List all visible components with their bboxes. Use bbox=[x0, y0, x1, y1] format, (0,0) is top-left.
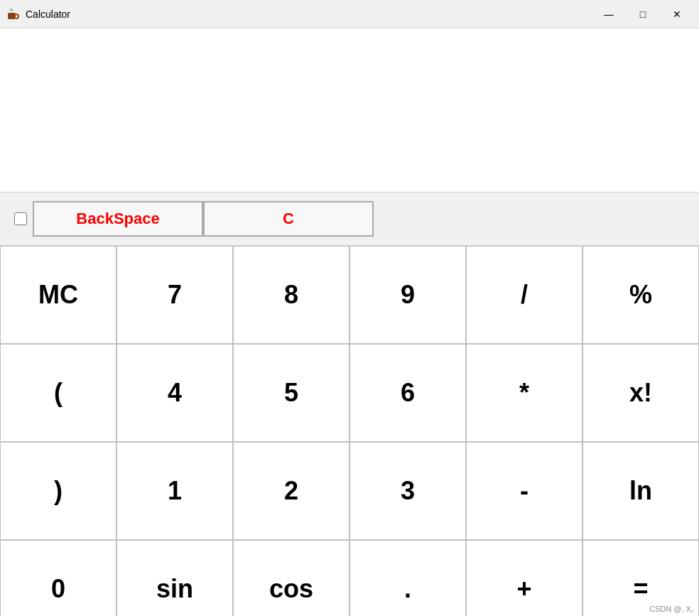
mode-checkbox[interactable] bbox=[14, 212, 27, 225]
key-cos[interactable]: cos bbox=[233, 540, 350, 616]
key-add[interactable]: + bbox=[466, 540, 582, 616]
close-button[interactable]: ✕ bbox=[661, 4, 693, 25]
watermark: CSDN @, X, bbox=[649, 605, 693, 613]
checkbox-area bbox=[14, 212, 27, 225]
control-row: BackSpace C bbox=[0, 192, 699, 246]
key-5[interactable]: 5 bbox=[233, 344, 350, 442]
key-7[interactable]: 7 bbox=[116, 246, 233, 344]
key-8[interactable]: 8 bbox=[233, 246, 350, 344]
svg-rect-0 bbox=[8, 13, 16, 19]
key-3[interactable]: 3 bbox=[350, 442, 466, 540]
key-mc[interactable]: MC bbox=[0, 246, 116, 344]
key-sin[interactable]: sin bbox=[116, 540, 233, 616]
key-multiply[interactable]: * bbox=[466, 344, 582, 442]
key-factorial[interactable]: x! bbox=[582, 344, 699, 442]
key-open-paren[interactable]: ( bbox=[0, 344, 116, 442]
window-controls: — □ ✕ bbox=[592, 4, 693, 25]
title-bar: Calculator — □ ✕ bbox=[0, 0, 699, 28]
key-percent[interactable]: % bbox=[582, 246, 699, 344]
key-0[interactable]: 0 bbox=[0, 540, 116, 616]
minimize-button[interactable]: — bbox=[592, 4, 625, 25]
maximize-button[interactable]: □ bbox=[627, 4, 659, 25]
key-9[interactable]: 9 bbox=[350, 246, 466, 344]
key-ln[interactable]: ln bbox=[582, 442, 699, 540]
app-icon bbox=[6, 7, 20, 21]
backspace-button[interactable]: BackSpace bbox=[33, 201, 203, 237]
key-4[interactable]: 4 bbox=[116, 344, 233, 442]
display-area bbox=[0, 28, 699, 192]
clear-button[interactable]: C bbox=[203, 201, 374, 237]
key-close-paren[interactable]: ) bbox=[0, 442, 116, 540]
key-2[interactable]: 2 bbox=[233, 442, 350, 540]
window-title: Calculator bbox=[26, 9, 70, 20]
title-bar-left: Calculator bbox=[6, 7, 70, 21]
key-decimal[interactable]: . bbox=[350, 540, 466, 616]
key-1[interactable]: 1 bbox=[116, 442, 233, 540]
keypad: MC789/%(456*x!)123-ln0sincos.+= bbox=[0, 246, 699, 616]
key-6[interactable]: 6 bbox=[350, 344, 466, 442]
key-divide[interactable]: / bbox=[466, 246, 582, 344]
key-subtract[interactable]: - bbox=[466, 442, 582, 540]
